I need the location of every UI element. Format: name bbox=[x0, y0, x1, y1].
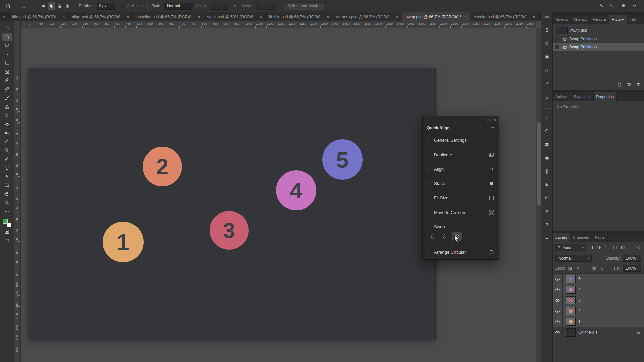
panel-tab-history[interactable]: History bbox=[609, 15, 627, 24]
document-tab-2[interactable]: align.psd @ 66,7% (RGB/8...× bbox=[69, 12, 133, 21]
account-button[interactable] bbox=[598, 3, 604, 9]
canvas-object-circle-3[interactable]: 3 bbox=[210, 211, 249, 250]
foreground-color-swatch[interactable] bbox=[3, 219, 8, 224]
history-brush-tool[interactable] bbox=[2, 111, 12, 120]
opacity-input[interactable]: 100% bbox=[623, 255, 641, 262]
search-button[interactable] bbox=[609, 3, 615, 9]
color-swatches[interactable] bbox=[3, 219, 11, 227]
new-snapshot-button[interactable] bbox=[626, 82, 631, 87]
frame-tool[interactable] bbox=[2, 68, 12, 76]
lock-artboard-button[interactable] bbox=[591, 265, 597, 272]
filter-type-layers-button[interactable] bbox=[603, 244, 610, 251]
ruler-origin-corner[interactable] bbox=[14, 21, 21, 28]
dock-expand-icon[interactable]: «« bbox=[545, 14, 549, 20]
fill-input[interactable]: 100% bbox=[623, 265, 641, 272]
close-icon[interactable]: × bbox=[127, 14, 129, 19]
zoom-tool[interactable] bbox=[2, 198, 12, 207]
select-and-mask-button[interactable]: Select and Mask... bbox=[284, 2, 326, 10]
subtract-from-selection-button[interactable] bbox=[56, 2, 63, 10]
layer-thumbnail[interactable] bbox=[566, 296, 576, 304]
layer-visibility-toggle[interactable] bbox=[553, 274, 563, 284]
lock-all-button[interactable] bbox=[599, 265, 605, 272]
lock-position-button[interactable] bbox=[583, 265, 589, 272]
layer-row-color-fill-1[interactable]: Color Fill 1 bbox=[553, 327, 644, 338]
quick-align-section-move-to-corners[interactable]: Move to Corners bbox=[423, 205, 499, 220]
anti-alias-checkbox[interactable] bbox=[120, 4, 124, 8]
quick-align-section-duplicate[interactable]: Duplicate bbox=[423, 147, 499, 162]
filter-shape-layers-button[interactable] bbox=[611, 244, 619, 251]
canvas-object-circle-2[interactable]: 2 bbox=[143, 147, 182, 186]
layer-thumbnail[interactable] bbox=[566, 307, 576, 315]
collapsed-panel-icon-8[interactable]: G bbox=[543, 126, 551, 135]
panel-close-icon[interactable]: × bbox=[494, 118, 496, 123]
document-canvas[interactable]: 12345 bbox=[28, 68, 435, 340]
rectangular-marquee-tool[interactable] bbox=[2, 33, 12, 41]
brush-tool[interactable] bbox=[2, 94, 12, 102]
layer-visibility-toggle[interactable] bbox=[553, 284, 563, 295]
layer-row-4[interactable]: 4 bbox=[553, 284, 644, 295]
collapsed-panel-icon-16[interactable]: P bbox=[543, 234, 551, 242]
collapsed-panel-icon-7[interactable]: T bbox=[543, 113, 551, 122]
workspace-switcher-button[interactable] bbox=[621, 3, 626, 9]
quick-align-section-align[interactable]: Align bbox=[423, 162, 499, 176]
new-selection-button[interactable] bbox=[40, 2, 47, 10]
canvas-object-circle-5[interactable]: 5 bbox=[322, 139, 363, 180]
document-tab-5[interactable]: fit size.psd @ 66,7% (RGB/8...× bbox=[266, 12, 333, 21]
delete-state-button[interactable] bbox=[636, 82, 641, 87]
blend-mode-select[interactable]: Normal bbox=[555, 255, 592, 262]
quick-align-section-stack[interactable]: Stack bbox=[423, 176, 499, 191]
canvas-object-circle-1[interactable]: 1 bbox=[103, 222, 144, 262]
canvas-object-circle-4[interactable]: 4 bbox=[276, 170, 316, 210]
layer-visibility-toggle[interactable] bbox=[553, 295, 563, 306]
move-tool[interactable] bbox=[2, 24, 12, 33]
quick-align-section-fit-size[interactable]: Fit Size bbox=[423, 191, 499, 205]
close-icon[interactable]: × bbox=[198, 14, 200, 19]
layer-visibility-toggle[interactable] bbox=[553, 316, 563, 327]
document-tab-7[interactable]: swap.psd @ 66,7% (RGB/8#) *× bbox=[402, 12, 470, 21]
panel-menu-icon[interactable] bbox=[491, 126, 495, 130]
layer-row-3[interactable]: 3 bbox=[553, 295, 644, 306]
left-dock-toggle[interactable]: » bbox=[0, 12, 9, 21]
document-tab-6[interactable]: corners.psd @ 66,7% (RGB/8...× bbox=[333, 12, 402, 21]
layer-row-2[interactable]: 2 bbox=[553, 306, 644, 316]
filter-smart-objects-button[interactable] bbox=[620, 244, 627, 251]
layer-thumbnail[interactable] bbox=[566, 275, 576, 283]
object-selection-tool[interactable] bbox=[2, 50, 12, 59]
panel-tab-charact[interactable]: Charact bbox=[571, 15, 590, 24]
history-state-row-2[interactable]: Swap Positions bbox=[553, 43, 644, 51]
style-select[interactable]: Normal bbox=[164, 3, 193, 10]
document-tab-1[interactable]: title.psd @ 66,7% (RGB/...× bbox=[9, 12, 69, 21]
collapsed-panel-icon-10[interactable]: ◉ bbox=[543, 153, 551, 162]
width-input[interactable] bbox=[210, 3, 228, 10]
rectangle-tool[interactable] bbox=[2, 181, 12, 189]
document-tab-8[interactable]: circular.psd @ 66,7% (RGB/8...× bbox=[470, 12, 539, 21]
collapsed-panel-icon-9[interactable]: ▦ bbox=[543, 140, 551, 148]
close-icon[interactable]: × bbox=[396, 14, 399, 19]
history-state-row-1[interactable]: Swap Positions bbox=[553, 35, 644, 43]
collapsed-panel-icon-13[interactable]: ⊞ bbox=[543, 193, 551, 202]
layer-filter-kind-select[interactable]: Kind bbox=[555, 244, 586, 251]
layer-row-5[interactable]: 5 bbox=[553, 274, 644, 284]
layer-thumbnail[interactable] bbox=[566, 328, 576, 337]
panel-tab-paths[interactable]: Paths bbox=[592, 233, 607, 242]
crop-tool[interactable] bbox=[2, 59, 12, 67]
panel-collapse-icon[interactable]: «« bbox=[487, 118, 490, 122]
layer-filter-toggle[interactable] bbox=[636, 245, 641, 250]
hand-tool[interactable] bbox=[2, 190, 12, 198]
eyedropper-tool[interactable] bbox=[2, 76, 12, 85]
panel-tab-swatches[interactable]: Swatches bbox=[571, 92, 594, 101]
swap-positions-button-3[interactable] bbox=[452, 232, 462, 241]
history-snapshot-row[interactable]: swap.psd bbox=[553, 24, 644, 35]
home-button[interactable] bbox=[4, 2, 12, 10]
scrollbar-thumb[interactable] bbox=[537, 122, 541, 206]
collapsed-panel-icon-2[interactable]: C bbox=[543, 39, 551, 48]
document-tab-3[interactable]: baseline.psd @ 66,7% (RGB/8...× bbox=[133, 12, 204, 21]
history-brush-well[interactable] bbox=[555, 37, 559, 41]
close-icon[interactable]: × bbox=[327, 14, 329, 19]
collapsed-panel-icon-15[interactable]: B bbox=[543, 220, 551, 229]
panel-tab-naviga[interactable]: Naviga bbox=[553, 15, 571, 24]
document-tab-4[interactable]: stack.psd @ 50% (RGB/8...× bbox=[204, 12, 266, 21]
options-collapse-button[interactable] bbox=[632, 3, 637, 9]
panel-tab-paragra[interactable]: Paragra bbox=[590, 15, 609, 24]
quick-mask-button[interactable] bbox=[2, 228, 12, 236]
